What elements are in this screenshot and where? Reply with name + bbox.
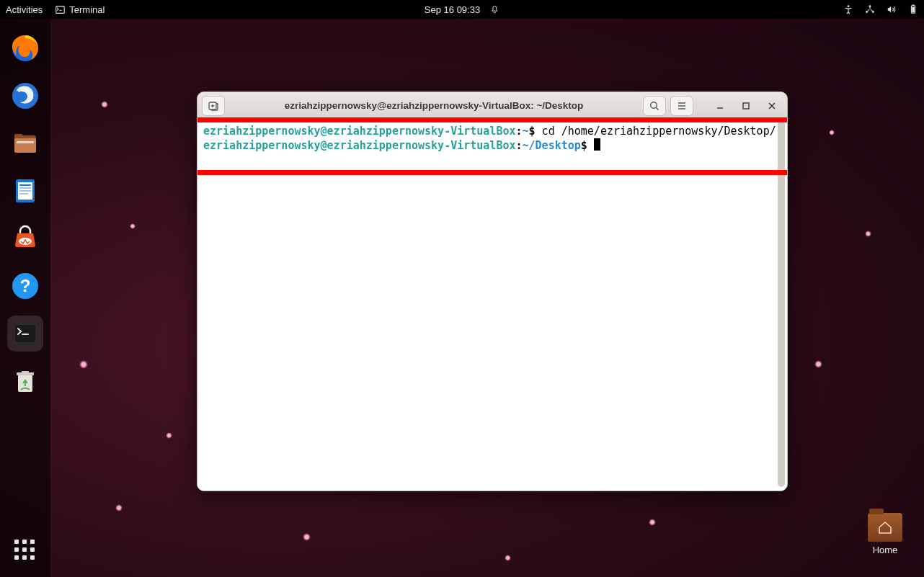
dock: ? (0, 19, 50, 577)
close-button[interactable] (761, 96, 783, 116)
command-text: cd /home/ezriahzippernowsky/Desktop/ (536, 125, 776, 138)
dock-thunderbird[interactable] (7, 78, 43, 114)
new-tab-icon (208, 100, 219, 112)
decor-star (649, 519, 656, 526)
decor-star (115, 504, 123, 511)
active-app-indicator[interactable]: Terminal (55, 4, 105, 15)
trash-icon (10, 366, 40, 396)
firefox-icon (10, 33, 40, 63)
window-title: ezriahzippernowsky@ezriahzippernowsky-Vi… (229, 100, 639, 111)
svg-rect-13 (17, 141, 34, 143)
top-bar: Activities Terminal Sep 16 09:33 (0, 0, 924, 19)
dock-help[interactable]: ? (7, 268, 43, 304)
svg-rect-7 (912, 7, 915, 13)
search-icon (649, 100, 660, 112)
apps-grid-icon (14, 540, 36, 561)
terminal-scrollbar[interactable] (778, 121, 785, 487)
accessibility-icon (843, 4, 853, 14)
decor-star (166, 432, 172, 439)
prompt-path: ~ (523, 125, 529, 138)
decor-star (130, 223, 136, 229)
svg-rect-12 (14, 138, 36, 153)
decor-star (79, 360, 88, 369)
maximize-button[interactable] (735, 96, 757, 116)
decor-star (814, 360, 822, 368)
dock-files[interactable] (7, 125, 43, 161)
power-icon (908, 4, 918, 14)
svg-point-10 (19, 91, 22, 93)
decor-star (505, 555, 511, 561)
prompt-user-host: ezriahzippernowsky@ezriahzippernowsky-Vi… (203, 125, 515, 138)
maximize-icon (741, 101, 751, 111)
menu-button[interactable] (670, 96, 693, 116)
dock-writer[interactable] (7, 173, 43, 209)
files-icon (10, 128, 40, 158)
svg-rect-17 (19, 187, 31, 189)
svg-point-29 (651, 102, 657, 108)
terminal-body[interactable]: ezriahzippernowsky@ezriahzippernowsky-Vi… (197, 120, 787, 491)
system-tray[interactable] (843, 4, 918, 14)
svg-rect-16 (19, 184, 31, 186)
terminal-app-icon (10, 318, 40, 349)
dock-terminal[interactable] (7, 316, 43, 352)
dock-firefox[interactable] (7, 30, 43, 66)
prompt-colon: : (515, 125, 522, 138)
prompt-colon: : (515, 139, 522, 152)
writer-icon (10, 176, 40, 206)
dock-trash[interactable] (7, 363, 43, 399)
prompt-path: ~/Desktop (523, 139, 581, 152)
desktop-home-folder[interactable]: Home (868, 513, 902, 555)
prompt-dollar: $ (581, 139, 587, 152)
command-text (587, 139, 594, 152)
new-tab-button[interactable] (202, 96, 225, 116)
close-icon (767, 101, 777, 111)
minimize-button[interactable] (709, 96, 731, 116)
svg-rect-6 (912, 4, 915, 5)
prompt-user-host: ezriahzippernowsky@ezriahzippernowsky-Vi… (203, 139, 515, 152)
dock-software[interactable] (7, 220, 43, 256)
help-icon: ? (10, 271, 40, 301)
activities-button[interactable]: Activities (6, 4, 43, 15)
terminal-cursor (594, 138, 600, 151)
decor-star (865, 231, 871, 237)
volume-icon (887, 4, 897, 14)
svg-rect-18 (19, 190, 31, 192)
decor-star (829, 130, 835, 135)
svg-rect-19 (19, 193, 28, 194)
window-titlebar[interactable]: ezriahzippernowsky@ezriahzippernowsky-Vi… (197, 92, 787, 120)
svg-point-1 (848, 5, 850, 7)
thunderbird-icon (10, 81, 40, 111)
active-app-name: Terminal (69, 4, 105, 15)
hamburger-icon (676, 100, 688, 112)
decor-star (303, 533, 311, 541)
svg-text:?: ? (20, 276, 31, 295)
software-icon (10, 223, 40, 254)
search-button[interactable] (643, 96, 666, 116)
svg-rect-27 (22, 371, 29, 373)
svg-rect-30 (743, 103, 749, 109)
decor-star (101, 101, 108, 108)
datetime-label: Sep 16 09:33 (425, 4, 480, 15)
terminal-icon (55, 5, 65, 14)
notification-bell-icon (490, 5, 499, 14)
prompt-dollar: $ (529, 125, 536, 138)
minimize-icon (715, 101, 725, 111)
clock-area[interactable]: Sep 16 09:33 (425, 4, 499, 15)
svg-point-20 (19, 238, 32, 245)
svg-point-2 (869, 5, 871, 7)
folder-icon (868, 513, 902, 542)
dock-apps-grid[interactable] (7, 535, 43, 571)
network-icon (865, 4, 875, 14)
desktop-home-label: Home (873, 545, 898, 555)
terminal-window: ezriahzippernowsky@ezriahzippernowsky-Vi… (197, 91, 788, 491)
